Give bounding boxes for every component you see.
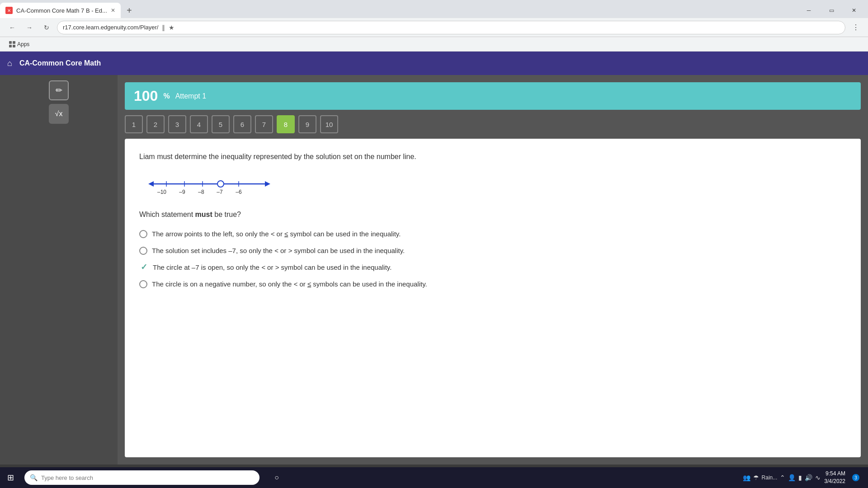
- question-nav-7[interactable]: 7: [255, 115, 273, 133]
- score-bar: 100 % Attempt 1: [125, 82, 861, 110]
- svg-text:–8: –8: [198, 189, 204, 195]
- question-prompt: Liam must determine the inequality repre…: [139, 151, 846, 162]
- svg-text:–10: –10: [157, 189, 166, 195]
- svg-text:–6: –6: [236, 189, 242, 195]
- tab-title: CA-Common Core Math 7 B - Ed...: [16, 7, 107, 14]
- main-content: ✏ √x 100 % Attempt 1 12345678910: [0, 75, 868, 465]
- system-clock: 9:54 AM 3/4/2022: [824, 470, 845, 485]
- tab-bar: ✕ CA-Common Core Math 7 B - Ed... ✕ + ─ …: [0, 0, 868, 18]
- taskbar-center: ○: [267, 468, 287, 488]
- check-icon: ✓: [139, 263, 148, 272]
- number-line-svg: –10 –9 –8 –7 –6: [139, 171, 284, 198]
- back-button[interactable]: ←: [5, 21, 19, 34]
- number-line: –10 –9 –8 –7 –6: [139, 171, 846, 198]
- search-icon: 🔍: [30, 474, 38, 481]
- svg-marker-2: [265, 181, 270, 187]
- notification-button[interactable]: 3: [849, 471, 863, 484]
- question-nav-4[interactable]: 4: [190, 115, 208, 133]
- battery-icon: ▮: [798, 474, 802, 481]
- clock-time: 9:54 AM: [824, 470, 845, 478]
- search-placeholder: Type here to search: [41, 474, 93, 481]
- start-button[interactable]: ⊞: [0, 467, 21, 488]
- refresh-button[interactable]: ↻: [40, 21, 53, 34]
- choice-text-D: The circle is on a negative number, so o…: [152, 279, 846, 289]
- radio-B[interactable]: [139, 247, 147, 255]
- tab-favicon: ✕: [5, 7, 13, 14]
- bookmarks-bar: Apps: [0, 37, 868, 52]
- weather-label: Rain...: [762, 474, 778, 481]
- pencil-icon: ✏: [56, 85, 62, 95]
- cortana-icon: ○: [274, 474, 279, 482]
- windows-icon: ⊞: [7, 473, 14, 483]
- svg-text:–7: –7: [217, 189, 223, 195]
- question-nav-3[interactable]: 3: [168, 115, 186, 133]
- answer-choices: The arrow points to the left, so only th…: [139, 229, 846, 289]
- address-bar-icons: ∥ ★: [162, 24, 175, 31]
- taskbar-search[interactable]: 🔍 Type here to search: [24, 470, 259, 485]
- clock-date: 3/4/2022: [824, 478, 845, 485]
- left-sidebar: ✏ √x: [0, 75, 118, 465]
- maximize-button[interactable]: ▭: [821, 3, 842, 18]
- address-bar[interactable]: r17.core.learn.edgenuity.com/Player/ ∥ ★: [57, 21, 845, 34]
- rain-icon[interactable]: ☂: [753, 474, 759, 481]
- pencil-tool-button[interactable]: ✏: [49, 80, 69, 100]
- question-nav-1[interactable]: 1: [125, 115, 143, 133]
- question-nav-9[interactable]: 9: [298, 115, 316, 133]
- attempt-label: Attempt 1: [175, 92, 206, 100]
- active-tab[interactable]: ✕ CA-Common Core Math 7 B - Ed... ✕: [0, 3, 121, 18]
- notification-badge: 3: [852, 474, 859, 481]
- system-icons: 👥 ☂ Rain... ⌃ 👤 ▮ 🔊 ∿: [743, 474, 821, 481]
- choice-text-C: The circle at –7 is open, so only the < …: [153, 263, 846, 272]
- choice-D[interactable]: The circle is on a negative number, so o…: [139, 279, 846, 289]
- people2-icon[interactable]: 👤: [788, 474, 796, 481]
- choice-A[interactable]: The arrow points to the left, so only th…: [139, 229, 846, 239]
- formula-icon: √x: [55, 110, 63, 118]
- new-tab-button[interactable]: +: [123, 4, 136, 17]
- question-nav-10[interactable]: 10: [320, 115, 338, 133]
- home-icon[interactable]: ⌂: [7, 59, 12, 68]
- wifi-icon[interactable]: ∿: [815, 474, 821, 481]
- apps-icon: [9, 41, 15, 47]
- question-nav-6[interactable]: 6: [233, 115, 251, 133]
- close-button[interactable]: ✕: [844, 3, 864, 18]
- taskbar-right: 👥 ☂ Rain... ⌃ 👤 ▮ 🔊 ∿ 9:54 AM 3/4/2022 3: [743, 470, 868, 485]
- choice-B[interactable]: The solution set includes –7, so only th…: [139, 246, 846, 255]
- radio-D[interactable]: [139, 280, 147, 288]
- question-content: Liam must determine the inequality repre…: [125, 139, 861, 457]
- choice-text-B: The solution set includes –7, so only th…: [152, 246, 846, 255]
- svg-point-8: [217, 181, 224, 187]
- share-icon[interactable]: ∥: [162, 24, 165, 31]
- question-nav-2[interactable]: 2: [146, 115, 165, 133]
- taskbar: ⊞ 🔍 Type here to search ○ 👥 ☂ Rain... ⌃ …: [0, 467, 868, 488]
- score-superscript: %: [163, 92, 170, 100]
- chevron-up-icon[interactable]: ⌃: [780, 474, 785, 481]
- svg-marker-1: [148, 181, 154, 187]
- window-controls: ─ ▭ ✕: [798, 3, 868, 18]
- browser-menu-button[interactable]: ⋮: [849, 21, 863, 34]
- apps-bookmark[interactable]: Apps: [5, 39, 33, 49]
- formula-tool-button[interactable]: √x: [49, 104, 69, 124]
- question-nav-8[interactable]: 8: [277, 115, 295, 133]
- svg-text:–9: –9: [179, 189, 185, 195]
- browser-chrome: ✕ CA-Common Core Math 7 B - Ed... ✕ + ─ …: [0, 0, 868, 488]
- radio-A[interactable]: [139, 230, 147, 238]
- apps-label: Apps: [17, 41, 29, 47]
- forward-button[interactable]: →: [23, 21, 36, 34]
- page-content: ⌂ CA-Common Core Math ✏ √x 100 % Attem: [0, 52, 868, 488]
- question-nav-5[interactable]: 5: [212, 115, 230, 133]
- cortana-button[interactable]: ○: [267, 468, 287, 488]
- navigation-bar: ← → ↻ r17.core.learn.edgenuity.com/Playe…: [0, 18, 868, 37]
- question-navigation: 12345678910: [125, 115, 861, 133]
- app-title: CA-Common Core Math: [19, 59, 101, 67]
- people-icon[interactable]: 👥: [743, 474, 750, 481]
- favorite-icon[interactable]: ★: [169, 24, 175, 31]
- which-statement: Which statement must be true?: [139, 209, 846, 220]
- volume-icon[interactable]: 🔊: [805, 474, 812, 481]
- app-header: ⌂ CA-Common Core Math: [0, 52, 868, 75]
- address-url: r17.core.learn.edgenuity.com/Player/: [63, 24, 158, 31]
- minimize-button[interactable]: ─: [798, 3, 819, 18]
- score-percent: 100: [134, 88, 158, 104]
- tab-close-button[interactable]: ✕: [111, 7, 115, 14]
- choice-C[interactable]: ✓The circle at –7 is open, so only the <…: [139, 263, 846, 272]
- quiz-area: 100 % Attempt 1 12345678910 Liam must de…: [118, 75, 868, 465]
